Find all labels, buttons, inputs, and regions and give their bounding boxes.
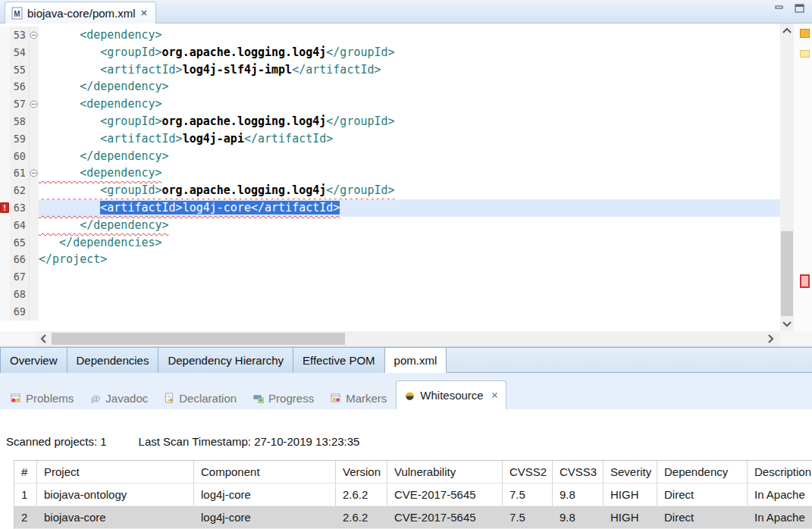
line-number[interactable]: 69 (10, 303, 30, 321)
annotation-gutter[interactable] (0, 234, 10, 252)
error-marker-icon[interactable]: ! (0, 202, 9, 213)
column-header-cvss2[interactable]: CVSS2 (503, 461, 553, 483)
code-line[interactable]: 66</project> (0, 251, 780, 268)
code-text[interactable]: <dependency> (39, 164, 780, 182)
fold-gutter[interactable] (30, 199, 39, 217)
fold-gutter[interactable] (30, 61, 39, 79)
pom-page-tab-pom-xml[interactable]: pom.xml (385, 348, 447, 374)
line-number[interactable]: 68 (10, 286, 30, 303)
annotation-gutter[interactable] (0, 61, 10, 79)
annotation-gutter[interactable] (0, 251, 10, 268)
line-number[interactable]: 54 (10, 44, 30, 61)
code-line[interactable]: 56 </dependency> (0, 78, 780, 95)
code-text[interactable]: <artifactId>log4j-slf4j-impl</artifactId… (39, 61, 780, 79)
line-number[interactable]: 56 (10, 78, 30, 95)
vertical-scrollbar[interactable] (780, 23, 794, 331)
column-header-dependency[interactable]: Dependency (657, 461, 748, 483)
annotation-gutter[interactable] (0, 113, 10, 130)
fold-gutter[interactable] (30, 130, 39, 148)
code-line[interactable]: 60 </dependency> (0, 148, 780, 165)
annotation-gutter[interactable] (0, 303, 10, 321)
fold-collapse-icon[interactable] (30, 31, 38, 39)
horizontal-scrollbar-thumb[interactable] (52, 333, 345, 345)
scroll-up-icon[interactable] (780, 23, 794, 37)
code-text[interactable] (39, 268, 780, 286)
code-text[interactable]: <dependency> (39, 95, 780, 113)
annotation-gutter[interactable] (0, 217, 10, 234)
annotation-gutter[interactable]: ! (0, 199, 10, 217)
annotation-gutter[interactable] (0, 164, 10, 182)
column-header-description[interactable]: Description (748, 461, 812, 483)
column-header-severity[interactable]: Severity (604, 461, 657, 483)
annotation-gutter[interactable] (0, 148, 10, 165)
view-tab-progress[interactable]: Progress (246, 387, 321, 409)
view-tab-declaration[interactable]: Declaration (157, 387, 244, 409)
code-line[interactable]: 67 (0, 268, 780, 286)
fold-gutter[interactable] (30, 234, 39, 252)
editor-tab-pom-xml[interactable]: M biojava-core/pom.xml (5, 2, 156, 23)
minimize-view-icon[interactable] (775, 5, 784, 13)
maximize-view-icon[interactable] (795, 4, 804, 13)
line-number[interactable]: 57 (10, 95, 30, 113)
code-text[interactable]: <artifactId>log4j-core</artifactId> (39, 199, 780, 217)
line-number[interactable]: 55 (10, 61, 30, 79)
line-number[interactable]: 63 (10, 199, 30, 217)
fold-gutter[interactable] (30, 95, 39, 113)
fold-gutter[interactable] (30, 148, 39, 165)
fold-gutter[interactable] (30, 113, 39, 130)
fold-gutter[interactable] (30, 27, 39, 44)
fold-gutter[interactable] (30, 303, 39, 321)
horizontal-scrollbar[interactable] (0, 331, 812, 347)
close-icon[interactable] (491, 392, 498, 399)
column-header-version[interactable]: Version (336, 461, 387, 483)
code-text[interactable]: <artifactId>log4j-api</artifactId> (39, 130, 780, 148)
line-number[interactable]: 65 (10, 234, 30, 252)
fold-gutter[interactable] (30, 286, 39, 303)
code-line[interactable]: 69 (0, 303, 780, 321)
fold-gutter[interactable] (30, 251, 39, 268)
fold-gutter[interactable] (30, 164, 39, 182)
line-number[interactable]: 60 (10, 148, 30, 165)
pom-page-tab-effective-pom[interactable]: Effective POM (293, 348, 385, 374)
code-text[interactable]: <dependency> (39, 27, 780, 44)
column-header-component[interactable]: Component (194, 461, 336, 483)
code-line[interactable]: 62 <groupId>org.apache.logging.log4j</gr… (0, 182, 780, 199)
annotation-gutter[interactable] (0, 130, 10, 148)
code-text[interactable]: <groupId>org.apache.logging.log4j</group… (39, 44, 780, 61)
line-number[interactable]: 66 (10, 251, 30, 268)
code-line[interactable]: 54 <groupId>org.apache.logging.log4j</gr… (0, 44, 780, 61)
column-header--[interactable]: # (14, 461, 37, 483)
code-text[interactable] (39, 286, 780, 303)
fold-gutter[interactable] (30, 44, 39, 61)
code-line[interactable]: 59 <artifactId>log4j-api</artifactId> (0, 130, 780, 148)
code-text[interactable]: </dependencies> (39, 234, 780, 252)
fold-gutter[interactable] (30, 217, 39, 234)
annotation-gutter[interactable] (0, 286, 10, 303)
fold-collapse-icon[interactable] (30, 100, 38, 108)
annotation-gutter[interactable] (0, 95, 10, 113)
line-number[interactable]: 67 (10, 268, 30, 286)
code-text[interactable]: </project> (39, 251, 780, 268)
column-header-cvss3[interactable]: CVSS3 (553, 461, 604, 483)
code-line[interactable]: 68 (0, 286, 780, 303)
view-tab-whitesource[interactable]: Whitesource (396, 380, 506, 409)
view-tab-javadoc[interactable]: @Javadoc (83, 387, 155, 409)
fold-collapse-icon[interactable] (30, 169, 38, 177)
line-number[interactable]: 53 (10, 27, 30, 44)
overview-marker-error[interactable] (800, 274, 810, 288)
line-number[interactable]: 64 (10, 217, 30, 234)
annotation-gutter[interactable] (0, 268, 10, 286)
code-text[interactable]: <groupId>org.apache.logging.log4j</group… (39, 113, 780, 130)
code-line[interactable]: 55 <artifactId>log4j-slf4j-impl</artifac… (0, 61, 780, 79)
view-tab-problems[interactable]: Problems (3, 387, 81, 409)
code-line[interactable]: 57 <dependency> (0, 95, 780, 113)
fold-gutter[interactable] (30, 268, 39, 286)
annotation-gutter[interactable] (0, 78, 10, 95)
code-line[interactable]: 58 <groupId>org.apache.logging.log4j</gr… (0, 113, 780, 130)
code-line[interactable]: 53 <dependency> (0, 27, 780, 44)
pom-page-tab-dependencies[interactable]: Dependencies (67, 348, 159, 374)
column-header-project[interactable]: Project (37, 461, 194, 483)
code-line[interactable]: 64 </dependency> (0, 217, 780, 234)
fold-gutter[interactable] (30, 78, 39, 95)
overview-marker-occurrence[interactable] (800, 50, 810, 58)
